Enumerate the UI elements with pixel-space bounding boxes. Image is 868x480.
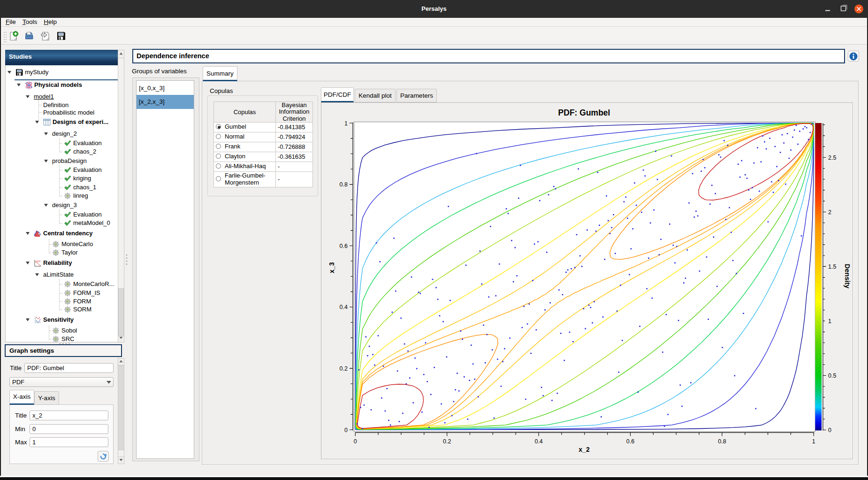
svg-text:0: 0 — [354, 438, 357, 445]
svg-text:1: 1 — [812, 438, 815, 445]
svg-text:0: 0 — [344, 427, 348, 434]
svg-text:0.6: 0.6 — [626, 438, 634, 445]
svg-text:2: 2 — [828, 209, 831, 216]
svg-text:0.8: 0.8 — [340, 181, 348, 188]
svg-text:2.5: 2.5 — [828, 155, 836, 161]
svg-text:G=0: G=0 — [37, 260, 41, 263]
svg-text:0.8: 0.8 — [718, 438, 726, 445]
svg-text:0.2: 0.2 — [340, 365, 348, 372]
svg-text:x_3: x_3 — [328, 262, 335, 273]
svg-text:0.4: 0.4 — [534, 438, 542, 445]
svg-text:PDF: Gumbel: PDF: Gumbel — [558, 108, 610, 117]
svg-text:x_2: x_2 — [579, 446, 590, 453]
svg-text:0.2: 0.2 — [443, 438, 451, 445]
svg-text:0.6: 0.6 — [340, 243, 348, 249]
svg-text:0.5: 0.5 — [828, 372, 836, 379]
svg-text:1.5: 1.5 — [828, 263, 836, 270]
svg-text:1: 1 — [344, 120, 348, 127]
svg-text:0.4: 0.4 — [340, 304, 348, 310]
svg-text:0: 0 — [828, 427, 831, 434]
svg-text:1: 1 — [828, 318, 831, 325]
svg-text:Density: Density — [844, 264, 851, 288]
